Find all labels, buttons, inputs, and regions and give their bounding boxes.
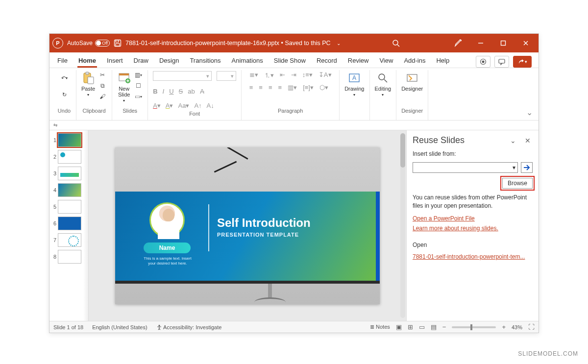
customize-qat-icon[interactable]: ⇆ (53, 122, 57, 128)
comments-button[interactable] (494, 56, 509, 68)
close-button[interactable] (519, 37, 533, 49)
numbering-button[interactable]: ⒈▾ (264, 71, 274, 80)
thumbnail-8[interactable]: 8 (51, 250, 86, 264)
tab-animations[interactable]: Animations (231, 54, 264, 68)
reset-icon[interactable]: ☐ (134, 82, 143, 90)
tab-transitions[interactable]: Transitions (189, 54, 221, 68)
zoom-slider[interactable] (452, 326, 496, 328)
increase-font-button[interactable]: A↑ (194, 102, 201, 109)
pane-close-icon[interactable]: ✕ (523, 136, 533, 146)
indent-right-button[interactable]: ⇥ (291, 71, 296, 80)
go-button[interactable] (521, 162, 533, 173)
tab-addins[interactable]: Add-ins (403, 54, 426, 68)
sample-text[interactable]: This is a sample text. Insert your desir… (141, 256, 195, 267)
notes-button[interactable]: ≣ Notes (370, 324, 390, 330)
decrease-font-button[interactable]: A↓ (207, 102, 214, 109)
underline-button[interactable]: U (169, 88, 173, 95)
slideshow-view-icon[interactable]: ▤ (431, 323, 437, 331)
share-button[interactable]: ▾ (513, 56, 532, 68)
undo-button[interactable]: ↶▾ (57, 71, 71, 85)
autosave-toggle[interactable]: AutoSave Off (67, 40, 110, 47)
open-powerpoint-file-link[interactable]: Open a PowerPoint File (413, 215, 533, 222)
redo-button[interactable]: ↻ (57, 88, 71, 101)
shadow-button[interactable]: ab (188, 88, 195, 95)
cut-icon[interactable]: ✂ (98, 71, 107, 79)
thumbnail-5[interactable]: 5 (51, 200, 86, 214)
line-spacing-button[interactable]: ↕≡▾ (302, 71, 313, 80)
fit-window-icon[interactable]: ⛶ (528, 323, 535, 331)
new-slide-button[interactable]: New Slide▾ (117, 71, 131, 103)
tab-slideshow[interactable]: Slide Show (273, 54, 307, 68)
pane-collapse-icon[interactable]: ⌄ (508, 136, 518, 146)
slide-position[interactable]: Slide 1 of 18 (53, 324, 83, 330)
toggle-switch-icon[interactable]: Off (95, 40, 110, 47)
align-text-button[interactable]: [≡]▾ (303, 84, 314, 91)
accessibility-status[interactable]: Accessibility: Investigate (156, 324, 222, 330)
draw-mode-icon[interactable] (451, 37, 465, 49)
editor-scrollbar-thumb[interactable] (400, 133, 405, 168)
zoom-in-button[interactable]: + (502, 323, 506, 331)
tab-insert[interactable]: Insert (106, 54, 124, 68)
thumbnail-3[interactable]: 3 (51, 167, 86, 180)
thumbnail-1[interactable]: 1 (51, 133, 86, 147)
section-icon[interactable]: ▭▾ (134, 93, 143, 100)
tab-file[interactable]: File (56, 54, 69, 68)
thumbnail-6[interactable]: 6 (51, 217, 86, 230)
text-direction-button[interactable]: ↧A▾ (318, 71, 332, 80)
tab-view[interactable]: View (378, 54, 394, 68)
tab-draw[interactable]: Draw (133, 54, 149, 68)
tab-home[interactable]: Home (77, 54, 97, 68)
bold-button[interactable]: B (153, 88, 157, 95)
slide-editor[interactable]: Self Introduction PRESENTATION TEMPLATE … (89, 130, 406, 321)
slide-title[interactable]: Self Introduction (217, 216, 311, 230)
copy-icon[interactable]: ⧉ (98, 82, 107, 90)
indent-left-button[interactable]: ⇤ (280, 71, 285, 80)
slide-subtitle[interactable]: PRESENTATION TEMPLATE (217, 232, 299, 238)
tab-review[interactable]: Review (347, 54, 370, 68)
editing-button[interactable]: Editing▾ (375, 71, 392, 97)
italic-button[interactable]: I (163, 88, 165, 95)
learn-more-link[interactable]: Learn more about reusing slides. (413, 225, 533, 232)
drawing-button[interactable]: A Drawing▾ (344, 71, 364, 97)
designer-button[interactable]: Designer (401, 71, 423, 92)
zoom-level[interactable]: 43% (512, 324, 522, 330)
thumbnail-2[interactable]: 2 (51, 150, 86, 164)
insert-from-combo[interactable]: ▾ (413, 162, 518, 173)
align-left-button[interactable]: ≡ (249, 84, 253, 91)
align-right-button[interactable]: ≡ (269, 84, 272, 91)
format-painter-icon[interactable]: 🖌 (98, 93, 107, 100)
normal-view-icon[interactable]: ▣ (396, 323, 402, 331)
font-color-button[interactable]: A▾ (153, 102, 161, 109)
smartart-button[interactable]: ⬡▾ (319, 84, 328, 91)
columns-button[interactable]: ▥▾ (288, 84, 297, 91)
clear-format-button[interactable]: A̶ (200, 88, 204, 95)
tab-help[interactable]: Help (435, 54, 450, 68)
tab-record[interactable]: Record (316, 54, 338, 68)
zoom-out-button[interactable]: − (442, 323, 446, 331)
thumbnail-panel[interactable]: 1 2 3 4 5 6 7 8 (49, 130, 89, 321)
browse-button[interactable]: Browse (502, 178, 533, 189)
title-dropdown[interactable]: ⌄ (337, 41, 341, 46)
justify-button[interactable]: ≡ (278, 84, 282, 91)
name-pill[interactable]: Name (144, 243, 191, 253)
strike-button[interactable]: S (179, 88, 183, 95)
reading-view-icon[interactable]: ▭ (419, 323, 425, 331)
language-status[interactable]: English (United States) (92, 324, 147, 330)
thumbnail-4[interactable]: 4 (51, 183, 86, 197)
change-case-button[interactable]: Aa▾ (178, 102, 189, 109)
sorter-view-icon[interactable]: ⊞ (408, 323, 413, 331)
align-center-button[interactable]: ≡ (259, 84, 263, 91)
save-icon[interactable] (114, 39, 122, 47)
layout-icon[interactable]: ▥▾ (134, 71, 143, 79)
tab-design[interactable]: Design (158, 54, 180, 68)
record-button[interactable] (476, 56, 490, 68)
font-size-select[interactable]: ▾ (217, 71, 236, 81)
maximize-button[interactable] (496, 37, 510, 49)
bullets-button[interactable]: ≣▾ (249, 71, 258, 80)
highlight-button[interactable]: A▾ (166, 102, 173, 109)
search-icon[interactable] (392, 39, 400, 47)
thumbnail-7[interactable]: 7 (51, 233, 86, 247)
collapse-ribbon-icon[interactable]: ⌄ (526, 108, 533, 117)
paste-button[interactable]: Paste▾ (81, 71, 95, 97)
recent-file-link[interactable]: 7881-01-self-introduction-powerpoint-tem… (413, 253, 533, 260)
